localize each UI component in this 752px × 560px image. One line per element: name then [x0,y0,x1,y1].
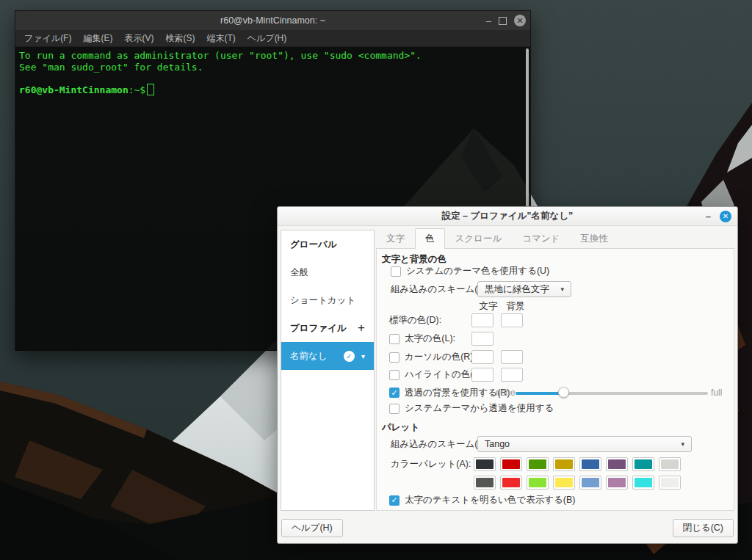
terminal-window-title: r60@vb-MintCinnamon: ~ [15,15,530,26]
minimize-button[interactable]: – [486,16,491,26]
bold-color-swatch[interactable] [471,332,494,346]
checkbox-cursor-color[interactable] [389,352,400,363]
palette-scheme-dropdown[interactable]: Tango ▾ [477,436,692,452]
column-header-background: 背景 [501,300,530,313]
chevron-down-icon[interactable]: ▾ [361,352,365,360]
dialog-tab-bar: 文字 色 スクロール コマンド 互換性 [376,230,734,249]
menu-edit[interactable]: 編集(E) [77,32,118,45]
palette-swatch[interactable] [632,457,654,471]
bold-color-label: 太字の色(L): [405,332,455,345]
default-color-label: 標準の色(D): [389,313,441,327]
cursor-text-color-swatch[interactable] [471,350,494,364]
tab-colors[interactable]: 色 [415,228,445,249]
checkbox-highlight-color[interactable] [389,370,400,380]
row-bold-bright: 太字のテキストを明るい色で表示する(B) [389,494,575,506]
dialog-title: 設定 – プロファイル”名前なし” [442,210,574,222]
slider-max-label: full [711,388,722,398]
palette-swatch[interactable] [579,476,601,490]
row-cursor-color: カーソルの色(R): [389,350,476,364]
profile-row-icons: ✓ ▾ [344,351,365,362]
palette-row-2 [474,476,681,490]
tab-scrolling[interactable]: スクロール [445,228,513,249]
sidebar-item-general[interactable]: 全般 [281,258,374,286]
palette-swatch[interactable] [659,457,681,471]
palette-swatch[interactable] [527,457,549,471]
palette-swatch[interactable] [606,457,628,471]
cursor-color-label: カーソルの色(R): [405,351,476,363]
row-use-theme-colors: システムのテーマ色を使用する(U) [391,265,549,277]
close-button[interactable]: ✕ [720,211,731,222]
tab-text[interactable]: 文字 [376,228,415,249]
palette-row-1 [474,457,681,471]
transparency-slider[interactable] [516,388,708,399]
palette-swatch[interactable] [474,476,496,490]
bold-bright-label: 太字のテキストを明るい色で表示する(B) [405,494,575,506]
builtin-scheme-label: 組み込みのスキーム(M): [391,283,491,296]
palette-swatch[interactable] [632,476,654,490]
system-transparency-label: システムテーマから透過を使用する [405,402,554,415]
maximize-button[interactable] [499,17,507,25]
dialog-sidebar: グローバル 全般 ショートカット プロファイル + 名前なし ✓ ▾ [281,230,375,511]
palette-scheme-label: 組み込みのスキーム(S): [391,436,489,452]
palette-swatch[interactable] [500,476,522,490]
palette-swatch[interactable] [553,457,575,471]
terminal-titlebar[interactable]: r60@vb-MintCinnamon: ~ – ✕ [15,11,530,30]
checkbox-bold-bright[interactable] [389,495,400,506]
palette-swatch[interactable] [659,476,681,490]
terminal-cursor [147,84,154,95]
section-palette: パレット [382,421,419,434]
highlight-background-color-swatch[interactable] [501,368,523,382]
menu-help[interactable]: ヘルプ(H) [242,32,293,45]
dropdown-value: 黒地に緑色文字 [485,283,549,296]
profile-name-label: 名前なし [290,350,328,363]
row-transparent-background: 透過の背景を使用する(R) [389,387,510,399]
dialog-window-controls: – ✕ [706,207,731,225]
terminal-line: To run a command as administrator (user … [19,50,523,62]
cursor-background-color-swatch[interactable] [501,350,523,364]
close-dialog-button[interactable]: 閉じる(C) [673,519,734,537]
palette-swatch[interactable] [527,476,549,490]
highlight-text-color-swatch[interactable] [471,368,494,382]
chevron-down-icon: ▾ [554,286,564,293]
tab-compatibility[interactable]: 互換性 [570,228,618,249]
default-text-color-swatch[interactable] [471,313,494,327]
checkbox-label: システムのテーマ色を使用する(U) [406,265,549,277]
checkbox-transparent-background[interactable] [389,388,400,398]
help-button[interactable]: ヘルプ(H) [281,519,343,537]
dialog-titlebar[interactable]: 設定 – プロファイル”名前なし” – ✕ [278,207,737,226]
checkbox-bold-color[interactable] [389,334,400,344]
checkbox-system-transparency[interactable] [389,404,400,414]
prompt-suffix: :~$ [129,84,145,95]
tab-command[interactable]: コマンド [512,228,570,249]
palette-swatch[interactable] [606,476,628,490]
section-text-and-background-colors: 文字と背景の色 [382,253,446,266]
profiles-header-label: プロファイル [290,322,347,335]
sidebar-item-shortcuts[interactable]: ショートカット [281,286,374,314]
dropdown-value: Tango [485,439,510,449]
menu-file[interactable]: ファイル(F) [18,32,77,45]
add-profile-button[interactable]: + [358,321,365,335]
slider-thumb[interactable] [558,387,569,398]
minimize-button[interactable]: – [706,211,711,221]
sidebar-item-profile-unnamed[interactable]: 名前なし ✓ ▾ [281,342,374,370]
palette-swatch[interactable] [553,476,575,490]
terminal-window-controls: – ✕ [486,11,526,30]
palette-swatch[interactable] [579,457,601,471]
preferences-dialog: 設定 – プロファイル”名前なし” – ✕ グローバル 全般 ショートカット プ… [277,206,738,544]
transparent-background-label: 透過の背景を使用する(R) [405,387,510,399]
menu-view[interactable]: 表示(V) [118,32,159,45]
row-builtin-scheme: 組み込みのスキーム(M): [391,281,491,297]
row-system-transparency: システムテーマから透過を使用する [389,402,554,415]
terminal-menubar: ファイル(F) 編集(E) 表示(V) 検索(S) 端末(T) ヘルプ(H) [15,30,530,47]
desktop: { "terminal": { "title": "r60@vb-MintCin… [0,0,752,560]
column-header-text: 文字 [476,300,501,313]
default-background-color-swatch[interactable] [501,313,523,327]
menu-terminal[interactable]: 端末(T) [200,32,241,45]
palette-swatch[interactable] [500,457,522,471]
close-button[interactable]: ✕ [514,15,526,26]
palette-swatch[interactable] [474,457,496,471]
checkbox-use-theme-colors[interactable] [391,266,401,277]
terminal-line: See "man sudo_root" for details. [19,62,523,73]
menu-search[interactable]: 検索(S) [159,32,200,45]
builtin-scheme-dropdown[interactable]: 黒地に緑色文字 ▾ [477,281,571,297]
